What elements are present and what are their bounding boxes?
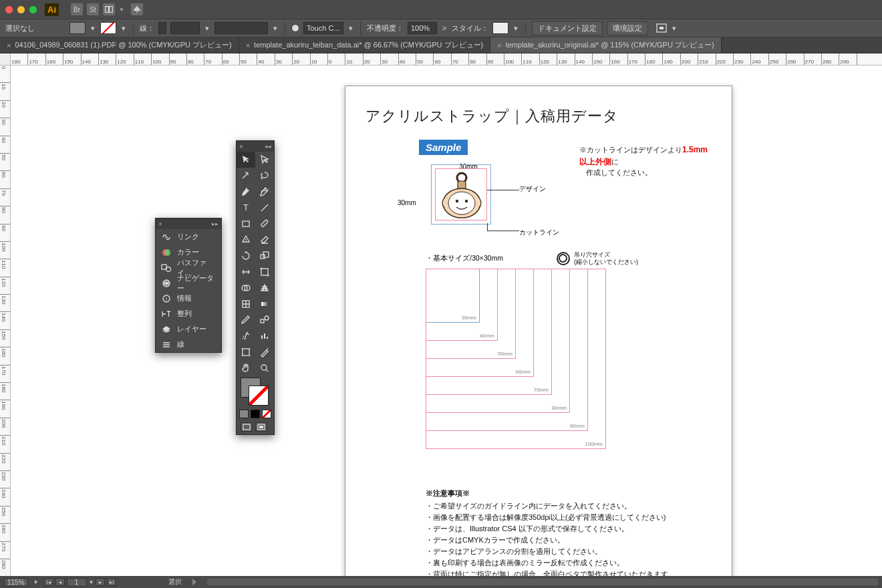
panel-header[interactable]: ×▸▸ [156, 218, 221, 229]
screen-mode-switch[interactable] [255, 422, 267, 432]
column-graph-tool[interactable] [255, 328, 274, 344]
panel-item-5[interactable]: 整列 [156, 306, 221, 321]
selection-status-label: 選択 [168, 577, 182, 587]
slice-tool[interactable] [255, 344, 274, 360]
horizontal-ruler[interactable]: 1801701601501401301201101009080706050403… [11, 53, 882, 65]
stroke-weight-field[interactable] [170, 22, 200, 34]
eyedropper-tool[interactable] [237, 312, 255, 328]
document-tab-1[interactable]: ×template_akuriru_teiban_data.ai* @ 66.6… [239, 37, 491, 53]
line-tool[interactable] [255, 200, 274, 216]
panel-collapse-icon[interactable]: ◂◂ [265, 143, 271, 150]
options-bar: 選択なし ▾ ▾ 線： ▾ ▾ Touch C...▾ 不透明度： 100% >… [0, 19, 882, 37]
panel-item-label: レイヤー [177, 324, 206, 334]
vertical-ruler[interactable]: 0102030405060708090100110120130140150160… [0, 65, 11, 576]
close-tab-icon[interactable]: × [246, 41, 250, 49]
pen-tool[interactable] [237, 184, 255, 200]
zoom-field[interactable]: 115% [4, 578, 28, 587]
next-artboard-button[interactable]: ▸ [96, 578, 105, 586]
lasso-tool[interactable] [255, 168, 274, 184]
mesh-tool[interactable] [237, 296, 255, 312]
document-tab-label: 04106_04989_060831 (1).PDF @ 100% (CMYK/… [15, 40, 231, 50]
panel-item-0[interactable]: リンク [156, 229, 221, 245]
hand-tool[interactable] [237, 360, 255, 376]
window-controls [5, 6, 37, 13]
hole-ring-icon [557, 252, 570, 265]
selection-tool[interactable] [237, 152, 255, 168]
preferences-button[interactable]: 環境設定 [607, 21, 648, 35]
close-tab-icon[interactable]: × [7, 41, 11, 49]
brush-definition[interactable]: Touch C... [303, 22, 343, 34]
ruler-origin[interactable] [0, 53, 11, 65]
perspective-grid-tool[interactable] [255, 280, 274, 296]
bridge-icon[interactable]: Br [71, 3, 83, 15]
rotate-tool[interactable] [237, 248, 255, 264]
note-item: ・裏も印刷する場合は表画像のミラー反転で作成ください。 [426, 557, 712, 569]
minimize-window-button[interactable] [17, 6, 25, 13]
variable-width-profile[interactable] [214, 22, 268, 34]
sample-badge: Sample [419, 140, 468, 155]
curvature-tool[interactable] [255, 184, 274, 200]
width-tool[interactable] [237, 264, 255, 280]
shape-builder-tool[interactable] [237, 280, 255, 296]
sync-icon[interactable] [131, 3, 143, 15]
artboard-number-field[interactable]: 1 [67, 578, 87, 587]
panel-item-icon [161, 325, 172, 334]
panel-header[interactable]: ×◂◂ [237, 141, 274, 152]
note-item: ・画像を配置する場合は解像度350dpi以上(必ず背景透過にしてください) [426, 512, 712, 523]
panel-item-7[interactable]: 線 [156, 337, 221, 352]
color-mode-solid[interactable] [239, 410, 249, 418]
paintbrush-tool[interactable] [255, 216, 274, 232]
color-mode-none[interactable] [262, 410, 271, 418]
graphic-style-swatch[interactable] [492, 22, 508, 34]
document-setup-button[interactable]: ドキュメント設定 [532, 21, 603, 35]
zoom-tool[interactable] [255, 360, 274, 376]
align-to-icon[interactable] [656, 23, 667, 33]
stock-icon[interactable]: St [87, 3, 99, 15]
stroke-color-box[interactable] [249, 386, 269, 406]
note-item: ・データはCMYKカラーで作成ください。 [426, 535, 712, 546]
artboard-tool[interactable] [237, 344, 255, 360]
free-transform-tool[interactable] [255, 264, 274, 280]
panel-close-icon[interactable]: × [239, 143, 243, 150]
panel-item-3[interactable]: ナビゲーター [156, 275, 221, 291]
screen-mode-normal[interactable] [241, 422, 253, 432]
tools-panel[interactable]: ×◂◂ T [236, 140, 275, 435]
prev-artboard-button[interactable]: ◂ [55, 578, 65, 586]
gradient-tool[interactable] [255, 296, 274, 312]
canvas[interactable]: アクリルストラップ｜入稿用データ Sample 30mm 30mm [11, 65, 882, 576]
stroke-weight-stepper[interactable] [158, 22, 166, 34]
last-artboard-button[interactable]: ▸I [107, 578, 116, 586]
panel-item-6[interactable]: レイヤー [156, 321, 221, 337]
first-artboard-button[interactable]: I◂ [44, 578, 53, 586]
type-tool[interactable]: T [237, 200, 255, 216]
symbol-sprayer-tool[interactable] [237, 328, 255, 344]
maximize-window-button[interactable] [29, 6, 37, 13]
panel-collapse-icon[interactable]: ▸▸ [212, 220, 218, 227]
close-window-button[interactable] [5, 6, 13, 13]
direct-selection-tool[interactable] [255, 152, 274, 168]
fill-dropdown[interactable]: ▾ [90, 24, 96, 33]
scale-tool[interactable] [255, 248, 274, 264]
status-flyout-icon[interactable] [192, 579, 196, 585]
document-tab-2[interactable]: ×template_akuriru_original.ai* @ 115% (C… [490, 37, 721, 53]
document-tab-0[interactable]: ×04106_04989_060831 (1).PDF @ 100% (CMYK… [0, 37, 239, 53]
rectangle-tool[interactable] [237, 216, 255, 232]
color-mode-gradient[interactable] [251, 410, 260, 418]
arrange-docs-icon[interactable] [103, 3, 115, 15]
fill-swatch[interactable] [69, 22, 86, 34]
stroke-none-swatch[interactable] [100, 22, 116, 34]
panel-close-icon[interactable]: × [158, 220, 162, 228]
close-tab-icon[interactable]: × [497, 41, 501, 49]
fill-stroke-control[interactable] [237, 376, 274, 408]
shaper-tool[interactable] [237, 232, 255, 248]
panel-item-icon [161, 248, 172, 257]
horizontal-scrollbar[interactable] [207, 579, 878, 585]
stroke-swatch-dropdown[interactable]: ▾ [120, 24, 127, 33]
eraser-tool[interactable] [255, 232, 274, 248]
opacity-field[interactable]: 100% [408, 22, 437, 34]
svg-point-9 [465, 200, 468, 202]
opacity-label: 不透明度： [367, 23, 404, 33]
panel-group[interactable]: ×▸▸ リンクカラーパスファイ...ナビゲーターi情報整列レイヤー線 [155, 218, 222, 353]
blend-tool[interactable] [255, 312, 274, 328]
magic-wand-tool[interactable] [237, 168, 255, 184]
